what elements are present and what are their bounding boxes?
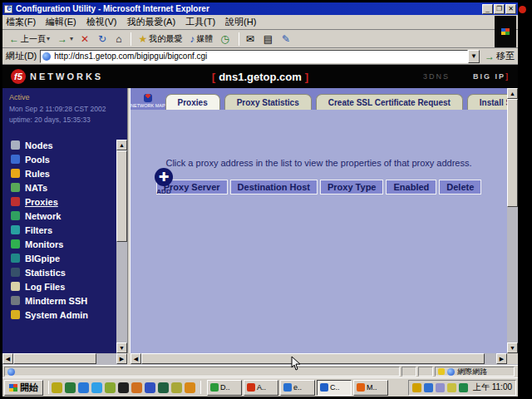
sidebar-item-statistics[interactable]: Statistics: [2, 265, 127, 279]
quick-launch-icon[interactable]: [118, 382, 129, 393]
sidebar-item-proxies[interactable]: Proxies: [2, 195, 127, 209]
forward-dropdown-icon[interactable]: ▾: [70, 35, 73, 42]
scrollbar-thumb[interactable]: [141, 353, 485, 364]
sidebar-item-bigpipe[interactable]: BIGpipe: [2, 251, 127, 265]
close-button[interactable]: ✕: [505, 4, 516, 14]
menu-favorites[interactable]: 我的最愛(A): [126, 16, 175, 28]
address-input[interactable]: http://dns1.getop.com/bigipgui/bigconf.c…: [40, 50, 468, 63]
quick-launch-icon[interactable]: [185, 382, 195, 393]
internet-globe-icon: [447, 368, 455, 376]
stop-button[interactable]: ✕: [77, 32, 94, 46]
edit-icon: ✎: [282, 34, 290, 44]
menu-bar: 檔案(F) 編輯(E) 檢視(V) 我的最愛(A) 工具(T) 說明(H): [2, 15, 518, 30]
window-titlebar[interactable]: Configuration Utility - Microsoft Intern…: [2, 2, 518, 15]
home-button[interactable]: ⌂: [112, 32, 126, 46]
scroll-down-icon[interactable]: ▼: [116, 342, 127, 353]
media-icon: ♪: [190, 34, 195, 44]
mouse-cursor: [291, 356, 301, 374]
history-button[interactable]: ◷: [217, 32, 234, 46]
menu-file[interactable]: 檔案(F): [6, 16, 36, 28]
maximize-button[interactable]: ❐: [494, 4, 505, 14]
address-bar: 網址(D) http://dns1.getop.com/bigipgui/big…: [2, 48, 518, 65]
network-map-button[interactable]: NETWORK MAP: [131, 94, 165, 110]
favorites-button[interactable]: ★ 我的最愛: [135, 32, 185, 47]
tray-icon[interactable]: [424, 383, 433, 392]
quick-launch-icon[interactable]: [105, 382, 116, 393]
quick-launch-icon[interactable]: [131, 382, 142, 393]
link-bigip[interactable]: BIG IP]: [473, 72, 510, 81]
print-button[interactable]: ▤: [260, 32, 278, 46]
sidebar-vertical-scrollbar[interactable]: ▲ ▼: [116, 140, 127, 353]
sidebar-item-network[interactable]: Network: [2, 209, 127, 223]
sidebar-item-system-admin[interactable]: System Admin: [2, 308, 127, 322]
tab-create-ssl-certificate-request[interactable]: Create SSL Certificate Request: [316, 94, 463, 110]
tray-icon[interactable]: [436, 383, 445, 392]
task-icon: [357, 383, 365, 392]
sidebar-item-mindterm-ssh[interactable]: Mindterm SSH: [2, 293, 127, 308]
task-button[interactable]: M..: [353, 380, 388, 396]
sidebar-item-log-files[interactable]: Log Files: [2, 279, 127, 293]
scrollbar-thumb[interactable]: [116, 150, 127, 242]
minimize-button[interactable]: _: [482, 4, 493, 14]
tab-proxy-statistics[interactable]: Proxy Statistics: [224, 94, 312, 110]
sidebar-item-filters[interactable]: Filters: [2, 223, 127, 237]
task-button[interactable]: A..: [244, 380, 278, 396]
print-icon: ▤: [264, 34, 273, 44]
scroll-right-icon[interactable]: ▶: [496, 353, 507, 364]
media-button[interactable]: ♪ 媒體: [186, 32, 216, 47]
quick-launch-icon[interactable]: [65, 382, 76, 393]
tab-install-ssl-certificate[interactable]: Install SSL Certif: [467, 94, 507, 110]
link-3dns[interactable]: 3DNS: [423, 72, 450, 81]
quick-launch-icon[interactable]: [158, 382, 169, 393]
quick-launch-icon[interactable]: [91, 382, 102, 393]
scrollbar-thumb[interactable]: [507, 99, 518, 207]
quick-launch-icon[interactable]: [78, 382, 89, 393]
go-button[interactable]: → 移至: [485, 50, 515, 62]
task-button[interactable]: e..: [280, 380, 315, 396]
url-globe-icon: [42, 52, 51, 61]
refresh-button[interactable]: ↻: [95, 32, 111, 46]
status-state: Active: [9, 93, 122, 101]
scroll-up-icon[interactable]: ▲: [116, 140, 127, 150]
home-icon: ⌂: [116, 34, 121, 44]
log-files-icon: [11, 282, 20, 291]
sidebar-horizontal-scrollbar[interactable]: ◀ ▶: [2, 353, 127, 365]
quick-launch-icon[interactable]: [171, 382, 182, 393]
scrollbar-thumb[interactable]: [13, 353, 96, 364]
task-button-active[interactable]: C..: [317, 380, 352, 396]
start-button[interactable]: 開始: [4, 380, 43, 396]
scroll-left-icon[interactable]: ◀: [131, 353, 141, 364]
back-dropdown-icon[interactable]: ▾: [47, 35, 50, 42]
sidebar-item-nats[interactable]: NATs: [2, 180, 127, 195]
task-button[interactable]: D..: [207, 380, 242, 396]
tray-icon[interactable]: [412, 383, 421, 392]
menu-view[interactable]: 檢視(V): [86, 16, 117, 28]
sidebar-item-nodes[interactable]: Nodes: [2, 138, 127, 152]
favorites-icon: ★: [138, 34, 147, 44]
sidebar-item-rules[interactable]: Rules: [2, 166, 127, 180]
menu-edit[interactable]: 編輯(E): [46, 16, 76, 28]
edit-button[interactable]: ✎: [278, 32, 295, 46]
sidebar-item-monitors[interactable]: Monitors: [2, 237, 127, 251]
scroll-left-icon[interactable]: ◀: [2, 353, 13, 364]
menu-help[interactable]: 說明(H): [225, 16, 256, 28]
menu-tools[interactable]: 工具(T): [185, 16, 215, 28]
tray-icon[interactable]: [447, 383, 456, 392]
main-vertical-scrollbar[interactable]: ▲ ▼: [507, 88, 518, 353]
address-dropdown-button[interactable]: ▼: [468, 50, 480, 63]
sidebar-item-pools[interactable]: Pools: [2, 152, 127, 166]
system-tray: 上午 11:00: [408, 380, 516, 396]
add-proxy-button[interactable]: ✚ ADD: [145, 168, 182, 195]
quick-launch-icon[interactable]: [52, 382, 62, 393]
tab-proxies[interactable]: Proxies: [165, 94, 220, 110]
scroll-down-icon[interactable]: ▼: [507, 342, 518, 353]
scroll-right-icon[interactable]: ▶: [116, 353, 127, 364]
tray-icon[interactable]: [459, 383, 468, 392]
back-button[interactable]: ← 上一頁 ▾: [6, 32, 53, 47]
forward-button[interactable]: → ▾: [54, 32, 76, 46]
quick-launch-icon[interactable]: [145, 382, 155, 393]
scroll-up-icon[interactable]: ▲: [507, 88, 518, 99]
status-bar: 網際網路: [2, 365, 518, 377]
mail-button[interactable]: ✉: [243, 32, 259, 46]
main-horizontal-scrollbar[interactable]: ◀ ▶: [131, 353, 518, 365]
